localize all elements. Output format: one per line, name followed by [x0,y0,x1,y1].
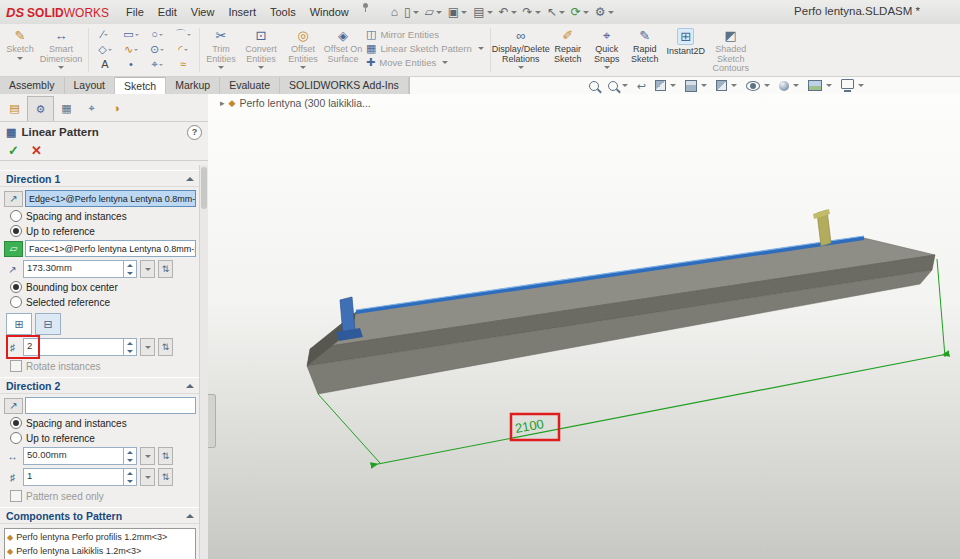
configurationmanager-tab[interactable]: ▦ [54,96,79,121]
ellipse-tool-button[interactable]: ⊙ [144,42,170,57]
propertymanager-tab[interactable]: ⚙ [27,96,54,121]
section-view-button[interactable] [655,80,676,91]
instances-dropdown[interactable] [140,468,155,486]
pattern-seed-only-checkbox[interactable]: Pattern seed only [10,490,192,502]
increment-toggle-button[interactable]: ⇅ [158,338,173,356]
radio-up-to-reference-d1[interactable]: Up to reference [10,225,192,237]
direction2-edge-field[interactable] [25,397,196,414]
shaded-sketch-contours-button[interactable]: ◩ Shaded Sketch Contours [708,24,754,76]
offset-option-a-button[interactable]: ⊞ [6,313,32,335]
rotate-instances-checkbox[interactable]: Rotate instances [10,360,192,372]
open-button[interactable]: ▱ [422,3,445,21]
tab-sketch[interactable]: Sketch [115,77,166,94]
redo-button[interactable]: ↷ [520,3,544,21]
instant2d-button[interactable]: ⊞ Instant2D [664,24,708,76]
offset-distance-spinner[interactable] [123,261,136,277]
linear-sketch-pattern-button[interactable]: ▦Linear Sketch Pattern [363,43,487,54]
line-tool-button[interactable]: ∕ [92,27,118,42]
direction2-spacing-spinner[interactable] [123,448,136,464]
menu-tools[interactable]: Tools [263,2,303,22]
graphics-viewport[interactable]: 2100 ▸ ◆ Perfo lentyna (300 laikiklia... [208,94,960,559]
spline-tool-button[interactable]: ∿ [118,42,144,57]
direction1-instances-field[interactable]: 2 [23,338,137,356]
tab-assembly[interactable]: Assembly [0,77,65,94]
offset-entities-button[interactable]: ◎ Offset Entities [283,24,323,76]
tab-solidworks-add-ins[interactable]: SOLIDWORKS Add-Ins [280,77,409,94]
corner-rectangle-tool-button[interactable]: ▭ [118,27,144,42]
save-button[interactable]: ▣ [445,3,470,21]
tab-evaluate[interactable]: Evaluate [220,77,280,94]
print-button[interactable]: ▤ [470,3,495,21]
panel-splitter-handle[interactable] [208,394,216,448]
equation-tool-button[interactable]: ≈ [170,57,196,72]
previous-view-button[interactable]: ↩ [637,80,646,92]
direction2-spacing-field[interactable]: 50.00mm [23,447,137,465]
undo-button[interactable]: ↶ [496,3,520,21]
breadcrumb-expand-icon[interactable]: ▸ [220,98,225,108]
tab-layout[interactable]: Layout [65,77,116,94]
polygon-tool-button[interactable]: ◇ [92,42,118,57]
radio-spacing-and-instances-d1[interactable]: Spacing and instances [10,210,192,222]
offset-units-dropdown[interactable] [140,260,155,278]
increment-toggle-button[interactable]: ⇅ [158,447,173,465]
instances-dropdown[interactable] [140,338,155,356]
edit-appearance-button[interactable] [779,81,799,91]
panel-scrollbar[interactable] [199,165,208,559]
apply-scene-button[interactable] [808,80,832,91]
tab-markup[interactable]: Markup [166,77,220,94]
direction1-reference-field[interactable]: Face<1>@Perfo lentyna Lentyna 0.8mm-2 [25,240,196,257]
displaymanager-tab[interactable]: ◑ [104,96,129,121]
direction2-instances-field[interactable]: 1 [23,468,137,486]
sketch-fillet-tool-button[interactable]: ◜ [170,42,196,57]
options-button[interactable]: ⚙ [592,3,617,21]
increment-toggle-button[interactable]: ⇅ [158,260,173,278]
point-tool-button[interactable]: • [118,57,144,72]
components-section-header[interactable]: Components to Pattern [0,507,200,524]
display-delete-relations-button[interactable]: ∞ Display/Delete Relations [494,24,548,76]
offset-on-surface-button[interactable]: ◈ Offset On Surface [323,24,363,76]
smart-dimension-button[interactable]: ↔ Smart Dimension [37,24,85,76]
list-item[interactable]: ◆ Perfo lentyna Perfo profilis 1.2mm<3> [7,530,193,544]
direction2-instances-spinner[interactable] [123,469,136,485]
radio-selected-reference[interactable]: Selected reference [10,296,192,308]
display-style-button[interactable] [716,80,737,91]
move-entities-button[interactable]: ✚Move Entities [363,57,487,68]
sketch-button[interactable]: ✎ Sketch [3,24,37,76]
repair-sketch-button[interactable]: ✐ Repair Sketch [548,24,588,76]
dimxpert-tab[interactable]: ⌖ [79,96,104,121]
home-button[interactable]: ⌂ [388,3,401,21]
menu-insert[interactable]: Insert [221,2,263,22]
trim-entities-button[interactable]: ✂ Trim Entities [203,24,239,76]
reverse-direction2-button[interactable]: ↗ [4,398,23,414]
quick-snaps-button[interactable]: ⌖ Quick Snaps [588,24,626,76]
featuremanager-tab[interactable]: ▤ [2,96,27,121]
help-button[interactable]: ? [187,125,202,140]
list-item[interactable]: ◆ Perfo lentyna Laikiklis 1.2m<3> [7,544,193,558]
panel-scrollbar-thumb[interactable] [201,167,207,209]
view-settings-button[interactable] [841,79,864,92]
pin-menu-icon[interactable] [360,2,370,12]
hide-show-items-button[interactable] [746,81,770,91]
direction1-section-header[interactable]: Direction 1 [0,170,200,187]
direction1-instances-spinner[interactable] [123,339,136,355]
radio-up-to-reference-d2[interactable]: Up to reference [10,432,192,444]
zoom-fit-button[interactable] [589,81,599,91]
ok-button[interactable]: ✓ [8,143,19,158]
zoom-area-button[interactable] [608,81,628,91]
radio-spacing-and-instances-d2[interactable]: Spacing and instances [10,417,192,429]
new-document-button[interactable]: ▯ [401,3,422,21]
menu-window[interactable]: Window [303,2,356,22]
increment-toggle-button[interactable]: ⇅ [158,468,173,486]
radio-bounding-box-center[interactable]: Bounding box center [10,281,192,293]
offset-distance-field[interactable]: 173.30mm [23,260,137,278]
spacing-dropdown[interactable] [140,447,155,465]
rapid-sketch-button[interactable]: ✎ Rapid Sketch [626,24,664,76]
menu-view[interactable]: View [184,2,222,22]
centerpoint-arc-tool-button[interactable]: ⌒ [170,27,196,42]
direction1-edge-field[interactable]: Edge<1>@Perfo lentyna Lentyna 0.8mm-2 [25,190,196,207]
rebuild-button[interactable]: ⟳ [568,3,592,21]
breadcrumb[interactable]: ▸ ◆ Perfo lentyna (300 laikiklia... [220,97,371,109]
reverse-direction1-button[interactable]: ↗ [4,191,23,207]
offset-option-b-button[interactable]: ⊟ [35,313,61,335]
view-orientation-button[interactable] [685,80,707,92]
